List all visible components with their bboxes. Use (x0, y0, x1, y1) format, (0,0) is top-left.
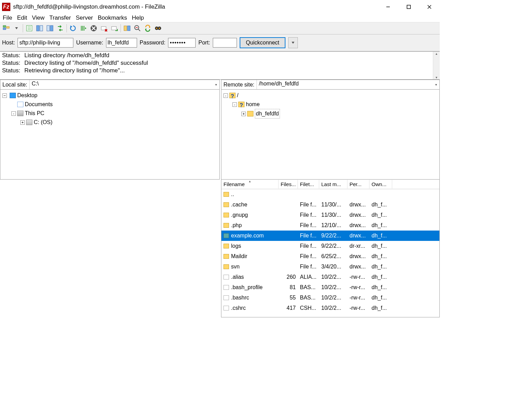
remote-path-input[interactable]: /home/dh_fefdfd (257, 80, 432, 89)
file-size: 417 (279, 305, 298, 311)
file-modified: 9/22/2... (319, 233, 347, 239)
file-modified: 11/30/... (319, 212, 347, 218)
compare-icon[interactable] (122, 23, 132, 33)
tree-item-label[interactable]: Desktop (17, 91, 38, 100)
port-input[interactable] (213, 38, 237, 48)
menu-bookmarks[interactable]: Bookmarks (98, 14, 127, 21)
search-icon[interactable] (153, 23, 163, 33)
menu-server[interactable]: Server (76, 14, 93, 21)
menu-transfer[interactable]: Transfer (49, 14, 71, 21)
menubar: File Edit View Transfer Server Bookmarks… (0, 14, 440, 22)
file-row[interactable]: logsFile f...9/22/2...dr-xr...dh_f... (221, 241, 439, 251)
tree-item-label[interactable]: This PC (25, 109, 44, 118)
remote-site-label: Remote site: (221, 82, 257, 88)
site-manager-icon[interactable] (1, 23, 11, 33)
tree-item-label[interactable]: home (246, 100, 260, 109)
file-row[interactable]: .phpFile f...12/10/...drwx...dh_f... (221, 220, 439, 231)
file-row[interactable]: svnFile f...3/4/20...drwx...dh_f... (221, 262, 439, 272)
collapse-icon[interactable]: − (2, 93, 7, 98)
file-owner: dh_f... (369, 222, 392, 228)
sync-browse-icon[interactable] (143, 23, 153, 33)
refresh-icon[interactable] (68, 23, 78, 33)
toggle-log-icon[interactable] (24, 23, 34, 33)
menu-help[interactable]: Help (132, 14, 144, 21)
file-permissions: -rw-r... (347, 274, 369, 280)
toggle-local-tree-icon[interactable] (35, 23, 44, 33)
disconnect-icon[interactable] (99, 23, 109, 33)
window-title: sftp://dh_fefdfd@philip-livingston.dream… (13, 3, 165, 10)
svg-rect-4 (3, 26, 6, 27)
menu-view[interactable]: View (32, 14, 45, 21)
file-name: .cache (231, 202, 247, 208)
local-tree[interactable]: −Desktop Documents -This PC +C: (OS) (0, 90, 219, 179)
local-path-dropdown[interactable]: ▾ (212, 83, 219, 86)
file-list-header: Filename Files... Filet... Last m... Per… (221, 180, 439, 189)
file-row[interactable]: .bash_profile81BAS...10/2/2...-rw-r...dh… (221, 282, 439, 293)
menu-edit[interactable]: Edit (17, 14, 27, 21)
menu-file[interactable]: File (3, 14, 12, 21)
process-queue-icon[interactable] (79, 23, 88, 33)
file-permissions: -rw-r... (347, 305, 369, 311)
toggle-remote-tree-icon[interactable] (45, 23, 55, 33)
log-scrollbar[interactable]: ▴▾ (433, 52, 440, 79)
col-header-lastmodified[interactable]: Last m... (319, 180, 347, 189)
username-input[interactable] (106, 38, 137, 48)
folder-icon (223, 254, 229, 259)
collapse-icon[interactable]: - (232, 102, 237, 107)
svg-rect-6 (7, 27, 9, 28)
tree-item-label[interactable]: C: (OS) (34, 118, 52, 127)
file-row[interactable]: .bashrc55BAS...10/2/2...-rw-r...dh_f... (221, 293, 439, 303)
file-type: File f... (298, 253, 319, 259)
remote-path-dropdown[interactable]: ▾ (432, 83, 439, 86)
file-row[interactable]: .alias260ALIA...10/2/2...-rw-r...dh_f... (221, 272, 439, 282)
expand-icon[interactable]: + (241, 112, 246, 116)
file-permissions: -rw-r... (347, 295, 369, 301)
col-header-permissions[interactable]: Per... (347, 180, 369, 189)
local-path-input[interactable]: C:\ (29, 80, 212, 89)
col-header-filetype[interactable]: Filet... (298, 180, 319, 189)
password-input[interactable] (168, 38, 196, 48)
quickconnect-button[interactable]: Quickconnect (240, 37, 285, 48)
site-manager-dropdown-icon[interactable] (12, 23, 21, 33)
file-row[interactable]: .cshrc417CSH...10/2/2...-rw-r...dh_f... (221, 303, 439, 313)
file-owner: dh_f... (369, 264, 392, 270)
file-modified: 10/2/2... (319, 274, 347, 280)
file-row[interactable]: .. (221, 189, 439, 200)
col-header-filename[interactable]: Filename (221, 180, 279, 189)
col-header-filesize[interactable]: Files... (279, 180, 298, 189)
desktop-icon (10, 93, 16, 98)
host-label: Host: (2, 40, 15, 46)
toggle-queue-icon[interactable] (55, 23, 65, 33)
host-input[interactable] (18, 38, 73, 48)
password-label: Password: (140, 40, 166, 46)
file-type: File f... (298, 222, 319, 228)
maximize-button[interactable] (398, 0, 419, 14)
close-button[interactable] (419, 0, 440, 14)
cancel-icon[interactable] (89, 23, 98, 33)
file-permissions: drwx... (347, 202, 369, 208)
col-header-owner[interactable]: Own... (369, 180, 392, 189)
tree-item-label[interactable]: Documents (25, 100, 53, 109)
tree-item-label[interactable]: / (237, 91, 238, 100)
file-permissions: drwx... (347, 222, 369, 228)
expand-icon[interactable]: + (20, 120, 25, 125)
file-owner: dh_f... (369, 253, 392, 259)
quickconnect-history-dropdown[interactable] (288, 37, 298, 48)
file-icon (223, 275, 229, 279)
file-row[interactable]: MaildirFile f...6/25/2...drwx...dh_f... (221, 251, 439, 262)
collapse-icon[interactable]: - (11, 111, 16, 116)
svg-marker-7 (15, 27, 18, 29)
file-name: logs (231, 243, 241, 249)
folder-icon (223, 223, 229, 228)
file-row[interactable]: example.comFile f...9/22/2...drwx...dh_f… (221, 231, 439, 241)
filter-icon[interactable] (133, 23, 142, 33)
minimize-button[interactable] (378, 0, 398, 14)
tree-item-label[interactable]: dh_fefdfd (255, 109, 280, 119)
reconnect-icon[interactable] (109, 23, 119, 33)
file-icon (223, 306, 229, 311)
collapse-icon[interactable]: - (223, 93, 228, 98)
remote-tree[interactable]: -/ -home +dh_fefdfd (221, 90, 439, 179)
log-line: Status: Directory listing of "/home/dh_f… (0, 59, 440, 67)
file-row[interactable]: .gnupgFile f...11/30/...drwx...dh_f... (221, 210, 439, 220)
file-row[interactable]: .cacheFile f...11/30/...drwx...dh_f... (221, 200, 439, 210)
